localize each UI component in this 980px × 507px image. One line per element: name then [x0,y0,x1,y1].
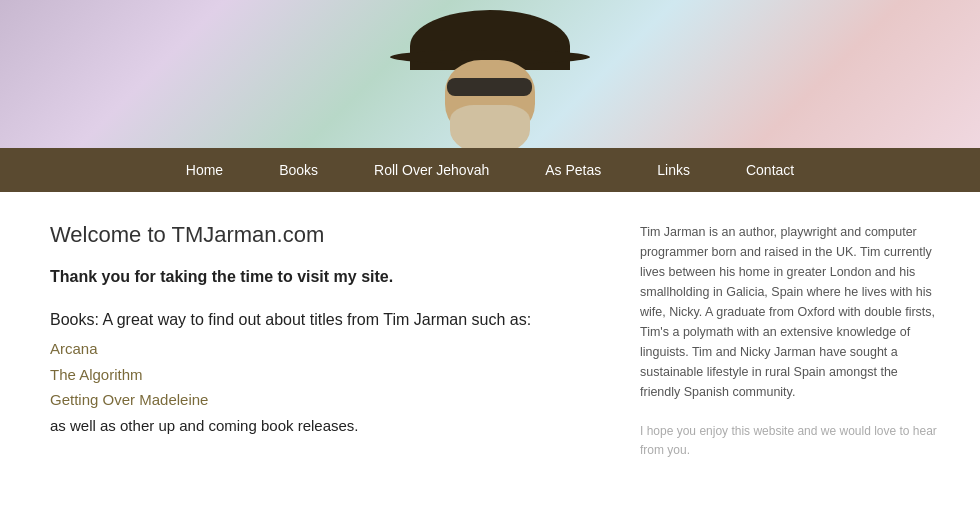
nav-link-as-petas[interactable]: As Petas [517,148,629,192]
book-links-list: Arcana The Algorithm Getting Over Madele… [50,336,610,413]
hero-banner [0,0,980,148]
nav-link-books[interactable]: Books [251,148,346,192]
thank-you-text: Thank you for taking the time to visit m… [50,268,610,286]
nav-item-roll-over-jehovah[interactable]: Roll Over Jehovah [346,148,517,192]
also-text: as well as other up and coming book rele… [50,415,610,438]
left-column: Welcome to TMJarman.com Thank you for ta… [50,222,610,460]
nav-item-links[interactable]: Links [629,148,718,192]
nav-link-links[interactable]: Links [629,148,718,192]
nav-link-home[interactable]: Home [158,148,251,192]
welcome-title: Welcome to TMJarman.com [50,222,610,248]
nav-link-roll-over-jehovah[interactable]: Roll Over Jehovah [346,148,517,192]
bio-text: Tim Jarman is an author, playwright and … [640,222,940,402]
hope-text: I hope you enjoy this website and we wou… [640,422,940,460]
books-intro: Books: A great way to find out about tit… [50,308,610,332]
person-silhouette [400,10,580,148]
glasses [447,78,532,96]
nav-list: Home Books Roll Over Jehovah As Petas Li… [158,148,822,192]
book-link-madeleine[interactable]: Getting Over Madeleine [50,387,610,413]
book-link-arcana[interactable]: Arcana [50,336,610,362]
portrait-figure [390,8,590,148]
nav-item-as-petas[interactable]: As Petas [517,148,629,192]
nav-link-contact[interactable]: Contact [718,148,822,192]
main-nav: Home Books Roll Over Jehovah As Petas Li… [0,148,980,192]
nav-item-books[interactable]: Books [251,148,346,192]
nav-item-contact[interactable]: Contact [718,148,822,192]
nav-item-home[interactable]: Home [158,148,251,192]
right-column: Tim Jarman is an author, playwright and … [640,222,940,460]
beard [450,105,530,148]
book-link-algorithm[interactable]: The Algorithm [50,362,610,388]
main-content: Welcome to TMJarman.com Thank you for ta… [0,192,980,490]
